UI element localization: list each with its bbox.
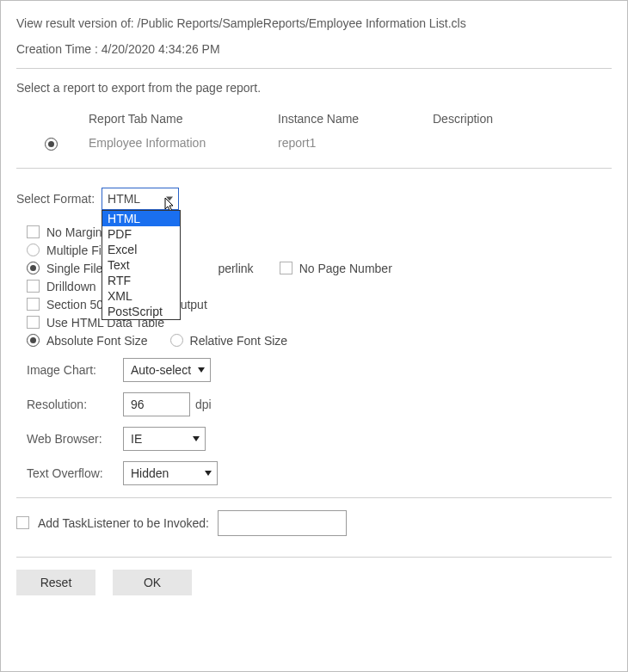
no-margin-checkbox[interactable] — [27, 225, 40, 238]
format-option-excel[interactable]: Excel — [102, 242, 180, 257]
drilldown-checkbox[interactable] — [27, 280, 40, 293]
use-html-data-table-checkbox[interactable] — [27, 316, 40, 329]
creation-time-label: Creation Time : — [16, 42, 98, 56]
table-row: Employee Information report1 — [16, 131, 612, 156]
drilldown-label: Drilldown — [46, 280, 96, 293]
section508-checkbox[interactable] — [27, 298, 40, 311]
col-report-tab-header: Report Tab Name — [85, 107, 274, 131]
cell-description — [429, 131, 612, 156]
relative-font-label: Relative Font Size — [190, 334, 288, 348]
chevron-down-icon — [193, 436, 200, 441]
tasklistener-checkbox[interactable] — [16, 516, 29, 529]
select-format-label: Select Format: — [16, 192, 95, 206]
no-page-number-label: No Page Number — [299, 262, 392, 275]
creation-time-value: 4/20/2020 4:34:26 PM — [102, 42, 220, 56]
relative-font-radio[interactable] — [170, 334, 183, 347]
web-browser-label: Web Browser: — [27, 432, 123, 446]
chevron-down-icon — [205, 471, 212, 476]
creation-time: Creation Time : 4/20/2020 4:34:26 PM — [16, 42, 612, 56]
text-overflow-value: Hidden — [131, 466, 169, 480]
format-option-rtf[interactable]: RTF — [102, 273, 180, 288]
text-overflow-label: Text Overflow: — [27, 466, 123, 480]
col-instance-header: Instance Name — [274, 107, 429, 131]
image-chart-value: Auto-select — [131, 363, 191, 377]
chevron-down-icon — [198, 367, 205, 373]
export-prompt: Select a report to export from the page … — [16, 81, 612, 95]
format-select[interactable]: HTML HTML PDF Excel Text RTF XML PostScr… — [102, 188, 179, 210]
tasklistener-input[interactable] — [218, 510, 347, 536]
format-option-html[interactable]: HTML — [102, 211, 180, 226]
single-file-radio[interactable] — [27, 262, 40, 274]
web-browser-value: IE — [131, 432, 142, 446]
divider — [16, 497, 612, 498]
view-result-title: View result version of: /Public Reports/… — [16, 16, 612, 30]
format-option-pdf[interactable]: PDF — [102, 226, 180, 242]
format-option-postscript[interactable]: PostScript — [102, 304, 180, 319]
divider — [16, 68, 612, 69]
text-overflow-select[interactable]: Hidden — [123, 461, 218, 485]
format-option-xml[interactable]: XML — [102, 288, 180, 304]
multiple-files-radio[interactable] — [27, 244, 40, 256]
single-file-label: Single File — [46, 262, 102, 275]
absolute-font-radio[interactable] — [27, 334, 40, 347]
col-description-header: Description — [429, 107, 612, 131]
cell-report-tab: Employee Information — [85, 131, 274, 156]
ok-button[interactable]: OK — [113, 570, 192, 595]
format-option-text[interactable]: Text — [102, 257, 180, 273]
row-select-radio[interactable] — [45, 138, 58, 151]
divider — [16, 168, 612, 169]
absolute-font-label: Absolute Font Size — [46, 334, 148, 348]
tasklistener-label: Add TaskListener to be Invoked: — [38, 516, 209, 530]
reset-button[interactable]: Reset — [16, 570, 95, 595]
resolution-value: 96 — [131, 398, 145, 411]
resolution-input[interactable]: 96 — [123, 392, 190, 416]
format-select-value: HTML — [108, 192, 140, 206]
resolution-unit: dpi — [195, 398, 212, 411]
hyperlink-label-partial: perlink — [218, 262, 253, 275]
dialog-window: View result version of: /Public Reports/… — [0, 0, 628, 672]
ok-button-label: OK — [144, 576, 161, 589]
divider — [16, 557, 612, 558]
cell-instance: report1 — [274, 131, 429, 156]
no-page-number-checkbox[interactable] — [280, 262, 292, 274]
report-table: Report Tab Name Instance Name Descriptio… — [16, 107, 612, 156]
reset-button-label: Reset — [40, 576, 72, 589]
format-dropdown: HTML PDF Excel Text RTF XML PostScript — [102, 210, 181, 320]
chevron-down-icon — [166, 196, 173, 200]
no-margin-label: No Margin — [46, 225, 102, 239]
image-chart-select[interactable]: Auto-select — [123, 358, 211, 382]
resolution-label: Resolution: — [27, 398, 123, 411]
web-browser-select[interactable]: IE — [123, 427, 206, 451]
col-select-header — [16, 107, 85, 131]
form-area: Select Format: HTML HTML PDF Excel Text … — [16, 188, 612, 595]
image-chart-label: Image Chart: — [27, 363, 123, 377]
